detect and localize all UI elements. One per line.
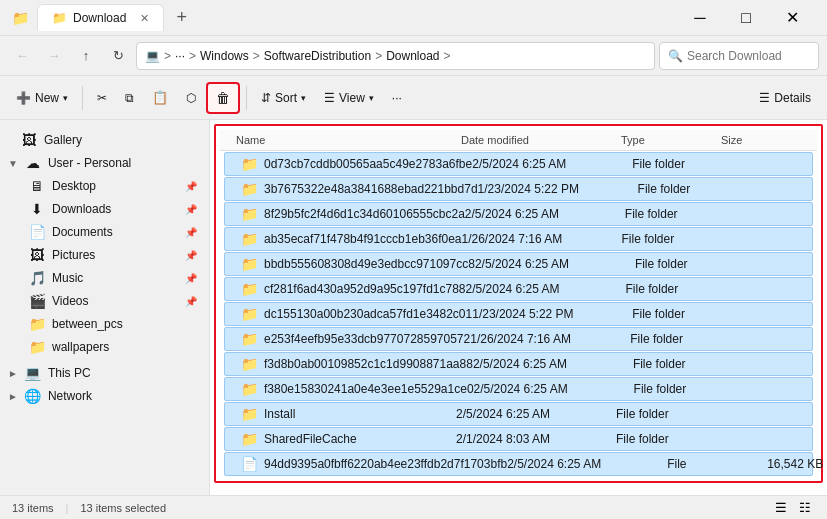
close-button[interactable]: ✕ — [769, 2, 815, 34]
file-name-cell: 📁 ab35ecaf71f478b4f91cccb1eb36f0ea — [241, 231, 462, 247]
col-size[interactable]: Size — [721, 134, 801, 146]
breadcrumb-softwaredistribution[interactable]: SoftwareDistribution — [264, 49, 371, 63]
sort-button[interactable]: ⇵ Sort ▾ — [253, 82, 314, 114]
forward-button[interactable]: → — [40, 42, 68, 70]
file-date: 2/5/2024 6:25 AM — [474, 382, 634, 396]
table-row[interactable]: 📁 cf281f6ad430a952d9a95c197fd1c788 2/5/2… — [224, 277, 813, 301]
table-row[interactable]: 📄 94dd9395a0fbff6220ab4ee23ffdb2d7f1703b… — [224, 452, 813, 476]
tab-close-button[interactable]: ✕ — [140, 12, 149, 25]
sidebar-item-label: Network — [48, 389, 92, 403]
file-name: 94dd9395a0fbff6220ab4ee23ffdb2d7f1703bfb — [264, 457, 507, 471]
file-date: 2/1/2024 8:03 AM — [456, 432, 616, 446]
sidebar-item-gallery[interactable]: 🖼 Gallery — [4, 129, 205, 151]
pictures-icon: 🖼 — [28, 247, 46, 263]
status-bar: 13 items | 13 items selected ☰ ☷ — [0, 495, 827, 519]
sidebar-item-label: User - Personal — [48, 156, 131, 170]
file-date: 1/23/2024 5:22 PM — [478, 182, 638, 196]
details-button[interactable]: ☰ Details — [751, 82, 819, 114]
file-name: 3b7675322e48a3841688ebad221bbd7d — [264, 182, 478, 196]
downloads-icon: ⬇ — [28, 201, 46, 217]
sidebar-item-label: Videos — [52, 294, 88, 308]
new-button[interactable]: ➕ New ▾ — [8, 82, 76, 114]
sidebar-item-downloads[interactable]: ⬇ Downloads 📌 — [4, 198, 205, 220]
file-name-cell: 📁 Install — [241, 406, 456, 422]
search-input[interactable] — [687, 49, 810, 63]
list-view-button[interactable]: ☰ — [771, 498, 791, 517]
file-name: f3d8b0ab00109852c1c1d9908871aa88 — [264, 357, 473, 371]
table-row[interactable]: 📁 e253f4eefb95e33dcb97707285970572 1/26/… — [224, 327, 813, 351]
table-row[interactable]: 📁 bbdb555608308d49e3edbcc971097cc8 2/5/2… — [224, 252, 813, 276]
col-name[interactable]: Name — [236, 134, 461, 146]
table-row[interactable]: 📁 dc155130a00b230adca57fd1e3482c01 1/23/… — [224, 302, 813, 326]
file-name: cf281f6ad430a952d9a95c197fd1c788 — [264, 282, 466, 296]
table-row[interactable]: 📁 ab35ecaf71f478b4f91cccb1eb36f0ea 1/26/… — [224, 227, 813, 251]
file-type: File folder — [616, 407, 716, 421]
view-button[interactable]: ☰ View ▾ — [316, 82, 382, 114]
paste-button[interactable]: 📋 — [144, 82, 176, 114]
table-row[interactable]: 📁 SharedFileCache 2/1/2024 8:03 AM File … — [224, 427, 813, 451]
sidebar-item-music[interactable]: 🎵 Music 📌 — [4, 267, 205, 289]
table-row[interactable]: 📁 8f29b5fc2f4d6d1c34d60106555cbc2a 2/5/2… — [224, 202, 813, 226]
sidebar-item-pictures[interactable]: 🖼 Pictures 📌 — [4, 244, 205, 266]
sidebar-item-network[interactable]: ► 🌐 Network — [4, 385, 205, 407]
new-icon: ➕ — [16, 91, 31, 105]
up-button[interactable]: ↑ — [72, 42, 100, 70]
breadcrumb-windows[interactable]: Windows — [200, 49, 249, 63]
file-date: 1/23/2024 5:22 PM — [472, 307, 632, 321]
minimize-button[interactable]: ─ — [677, 2, 723, 34]
file-date: 1/26/2024 7:16 AM — [462, 232, 622, 246]
tab-title: Download — [73, 11, 126, 25]
back-button[interactable]: ← — [8, 42, 36, 70]
pin-icon: 📌 — [185, 250, 197, 261]
tab-folder-icon: 📁 — [52, 11, 67, 25]
sidebar-item-documents[interactable]: 📄 Documents 📌 — [4, 221, 205, 243]
col-date[interactable]: Date modified — [461, 134, 621, 146]
folder-icon: 📁 — [12, 10, 29, 26]
item-count: 13 items — [12, 502, 54, 514]
sidebar-item-user-personal[interactable]: ▼ ☁ User - Personal — [4, 152, 205, 174]
sidebar-item-videos[interactable]: 🎬 Videos 📌 — [4, 290, 205, 312]
file-header: Name Date modified Type Size — [220, 130, 817, 151]
sidebar-item-wallpapers[interactable]: 📁 wallpapers — [4, 336, 205, 358]
expand-icon: ► — [8, 391, 18, 402]
copy-button[interactable]: ⧉ — [117, 82, 142, 114]
new-tab-button[interactable]: + — [166, 1, 197, 34]
more-button[interactable]: ··· — [384, 82, 410, 114]
cloud-icon: ☁ — [24, 155, 42, 171]
maximize-button[interactable]: □ — [723, 2, 769, 34]
desktop-icon: 🖥 — [28, 178, 46, 194]
file-name: SharedFileCache — [264, 432, 357, 446]
breadcrumb-more[interactable]: ··· — [175, 49, 185, 63]
sidebar-item-label: This PC — [48, 366, 91, 380]
delete-button[interactable]: 🗑 — [206, 82, 240, 114]
share-button[interactable]: ⬡ — [178, 82, 204, 114]
sidebar-item-desktop[interactable]: 🖥 Desktop 📌 — [4, 175, 205, 197]
cut-button[interactable]: ✂ — [89, 82, 115, 114]
table-row[interactable]: 📁 f3d8b0ab00109852c1c1d9908871aa88 2/5/2… — [224, 352, 813, 376]
refresh-button[interactable]: ↻ — [104, 42, 132, 70]
view-label: View — [339, 91, 365, 105]
grid-view-button[interactable]: ☷ — [795, 498, 815, 517]
table-row[interactable]: 📁 0d73cb7cddb00565aa5c49e2783a6fbe 2/5/2… — [224, 152, 813, 176]
sidebar: 🖼 Gallery ▼ ☁ User - Personal 🖥 Desktop … — [0, 120, 210, 495]
file-name-cell: 📁 3b7675322e48a3841688ebad221bbd7d — [241, 181, 478, 197]
table-row[interactable]: 📁 Install 2/5/2024 6:25 AM File folder — [224, 402, 813, 426]
sidebar-item-between-pcs[interactable]: 📁 between_pcs — [4, 313, 205, 335]
pin-icon: 📌 — [185, 296, 197, 307]
file-date: 1/26/2024 7:16 AM — [470, 332, 630, 346]
breadcrumb[interactable]: 💻 > ··· > Windows > SoftwareDistribution… — [136, 42, 655, 70]
file-date: 2/5/2024 6:25 AM — [473, 357, 633, 371]
breadcrumb-download[interactable]: Download — [386, 49, 439, 63]
cut-icon: ✂ — [97, 91, 107, 105]
table-row[interactable]: 📁 f380e15830241a0e4e3ee1e5529a1ce0 2/5/2… — [224, 377, 813, 401]
sidebar-item-this-pc[interactable]: ► 💻 This PC — [4, 362, 205, 384]
table-row[interactable]: 📁 3b7675322e48a3841688ebad221bbd7d 1/23/… — [224, 177, 813, 201]
file-name: dc155130a00b230adca57fd1e3482c01 — [264, 307, 472, 321]
selection-outline: Name Date modified Type Size 📁 0d73cb7cd… — [214, 124, 823, 483]
file-name-cell: 📁 0d73cb7cddb00565aa5c49e2783a6fbe — [241, 156, 472, 172]
tab-download[interactable]: 📁 Download ✕ — [37, 4, 164, 31]
file-type: File folder — [616, 432, 716, 446]
folder-icon: 📁 — [28, 316, 46, 332]
search-box[interactable]: 🔍 — [659, 42, 819, 70]
col-type[interactable]: Type — [621, 134, 721, 146]
